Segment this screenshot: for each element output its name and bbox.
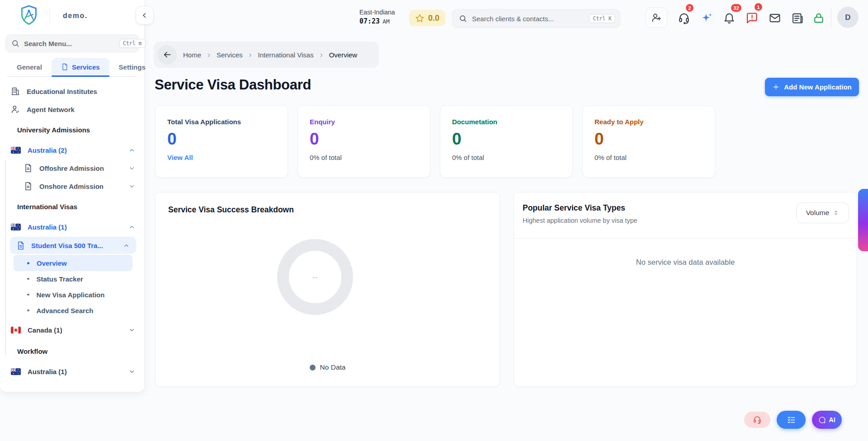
tab-settings[interactable]: Settings bbox=[109, 58, 155, 76]
sidebar-item-label: Australia (1) bbox=[28, 223, 122, 231]
sidebar-item-label: Australia (1) bbox=[28, 368, 122, 375]
tab-label: Settings bbox=[119, 63, 146, 71]
sidebar-item-advanced-search[interactable]: Advanced Search bbox=[14, 303, 132, 318]
sidebar-item-status-tracker[interactable]: Status Tracker bbox=[14, 271, 132, 286]
breadcrumb-home[interactable]: Home bbox=[183, 51, 201, 59]
legend-dot-icon bbox=[310, 365, 316, 371]
sidebar-item-label: Canada (1) bbox=[28, 326, 122, 334]
stat-value: 0 bbox=[594, 130, 703, 149]
add-new-application-button[interactable]: Add New Application bbox=[765, 78, 859, 96]
stat-value: 0 bbox=[167, 130, 276, 149]
tab-services[interactable]: Services bbox=[52, 58, 109, 76]
chevron-down-icon bbox=[128, 183, 135, 190]
support-badge: 2 bbox=[685, 3, 694, 13]
sidebar-item-agent-network[interactable]: Agent Network bbox=[11, 100, 135, 118]
sidebar-item-visas-australia[interactable]: Australia (1) bbox=[11, 218, 135, 236]
breadcrumb: Home › Services › International Visas › … bbox=[154, 42, 379, 68]
mail-button[interactable] bbox=[769, 12, 781, 24]
sidebar-item-label: Status Tracker bbox=[37, 275, 83, 283]
alert-chat-button[interactable] bbox=[745, 12, 758, 24]
sparkles-ai-button[interactable] bbox=[700, 12, 713, 24]
document-icon bbox=[24, 164, 33, 173]
sidebar-item-workflow-australia[interactable]: Australia (1) bbox=[11, 362, 135, 380]
sidebar-collapse-button[interactable] bbox=[136, 6, 154, 24]
sidebar-item-university-australia[interactable]: Australia (2) bbox=[11, 141, 135, 159]
chevron-down-icon bbox=[128, 327, 135, 333]
add-user-button[interactable] bbox=[646, 7, 667, 28]
headset-icon bbox=[753, 415, 762, 424]
sidebar-item-student-visa-500[interactable]: Student Visa 500 Tra... bbox=[10, 237, 136, 254]
sidebar-header: demo. bbox=[0, 0, 144, 32]
volume-sort-select[interactable]: Volume bbox=[796, 202, 849, 223]
sidebar-item-onshore-admission[interactable]: Onshore Admission bbox=[24, 177, 135, 195]
chevron-up-icon bbox=[123, 242, 130, 249]
sidebar-item-new-visa-application[interactable]: New Visa Application bbox=[14, 287, 132, 302]
global-search-input[interactable] bbox=[472, 15, 584, 23]
brand-divider bbox=[50, 8, 50, 23]
user-avatar[interactable]: D bbox=[837, 7, 859, 28]
global-search-shortcut: Ctrl K bbox=[589, 14, 615, 23]
chat-bubble-icon bbox=[818, 416, 826, 424]
document-icon bbox=[24, 182, 33, 191]
sidebar-section-university-admissions: University Admissions bbox=[17, 126, 90, 134]
timezone-block: East-Indiana 07:23 AM bbox=[359, 9, 395, 25]
tab-general[interactable]: General bbox=[7, 58, 52, 76]
stat-card-ready-to-apply: Ready to Apply 0 0% of total bbox=[582, 105, 715, 178]
chevron-down-icon bbox=[128, 368, 135, 375]
side-panel-handle[interactable] bbox=[858, 189, 868, 251]
sidebar-item-label: Student Visa 500 Tra... bbox=[31, 242, 117, 249]
sidebar-search-input[interactable] bbox=[24, 40, 115, 47]
rating-value: 0.0 bbox=[428, 14, 439, 23]
sort-chevrons-icon bbox=[833, 210, 839, 216]
australia-flag-icon bbox=[11, 368, 21, 375]
rating-badge[interactable]: 0.0 bbox=[409, 10, 445, 26]
document-icon bbox=[61, 63, 68, 70]
lock-button[interactable] bbox=[812, 12, 825, 24]
chevron-up-icon bbox=[128, 147, 135, 154]
sidebar: demo. Ctrl m General Services Settings E… bbox=[0, 0, 145, 392]
timezone-name: East-Indiana bbox=[359, 9, 395, 16]
stat-value: 0 bbox=[310, 130, 418, 149]
panel-subtitle: Highest application volume by visa type bbox=[523, 217, 637, 224]
sidebar-tree-guide bbox=[5, 159, 6, 355]
sidebar-search[interactable]: Ctrl m bbox=[5, 34, 139, 52]
breadcrumb-overview: Overview bbox=[329, 51, 358, 59]
sidebar-item-label: Educational Institutes bbox=[27, 88, 135, 95]
panel-success-breakdown: Service Visa Success Breakdown -- No Dat… bbox=[155, 192, 500, 387]
brand-name: demo. bbox=[63, 12, 88, 20]
bullet-icon bbox=[27, 294, 29, 296]
sidebar-item-label: Onshore Admission bbox=[39, 183, 122, 190]
global-search[interactable]: Ctrl K bbox=[452, 9, 620, 28]
notifications-badge: 32 bbox=[730, 3, 742, 13]
stat-label: Ready to Apply bbox=[594, 118, 703, 126]
breadcrumb-services[interactable]: Services bbox=[217, 51, 243, 59]
notifications-bell-button[interactable] bbox=[723, 12, 736, 24]
tab-label: Services bbox=[72, 63, 100, 71]
tasks-fab[interactable] bbox=[777, 411, 806, 429]
page-title: Service Visa Dashboard bbox=[155, 77, 311, 93]
checklist-icon bbox=[787, 415, 796, 425]
stat-card-total-visa-applications: Total Visa Applications 0 View All bbox=[155, 105, 288, 178]
bullet-icon bbox=[27, 278, 29, 280]
sidebar-item-label: Agent Network bbox=[27, 106, 135, 113]
support-agent-button[interactable] bbox=[678, 12, 690, 24]
back-button[interactable] bbox=[157, 45, 177, 65]
bullet-icon bbox=[27, 310, 29, 312]
sidebar-item-educational-institutes[interactable]: Educational Institutes bbox=[11, 82, 135, 100]
legend-label: No Data bbox=[320, 363, 346, 371]
sidebar-item-overview[interactable]: Overview bbox=[14, 255, 132, 271]
breadcrumb-international-visas[interactable]: International Visas bbox=[258, 51, 314, 59]
breadcrumb-separator-icon: › bbox=[320, 51, 323, 59]
support-headset-fab[interactable] bbox=[744, 412, 770, 428]
canada-flag-icon bbox=[11, 327, 21, 333]
panel-header: Popular Service Visa Types Highest appli… bbox=[514, 192, 857, 239]
select-value: Volume bbox=[806, 209, 830, 217]
stat-label: Documetation bbox=[452, 118, 561, 126]
view-all-link[interactable]: View All bbox=[167, 154, 193, 161]
donut-center-label: -- bbox=[312, 273, 318, 281]
sidebar-item-offshore-admission[interactable]: Offoshre Admission bbox=[24, 159, 135, 177]
sidebar-item-visas-canada[interactable]: Canada (1) bbox=[11, 321, 135, 339]
stat-subtext: 0% of total bbox=[452, 154, 561, 161]
ai-assistant-fab[interactable]: AI bbox=[812, 411, 842, 429]
news-feed-button[interactable] bbox=[791, 12, 804, 24]
